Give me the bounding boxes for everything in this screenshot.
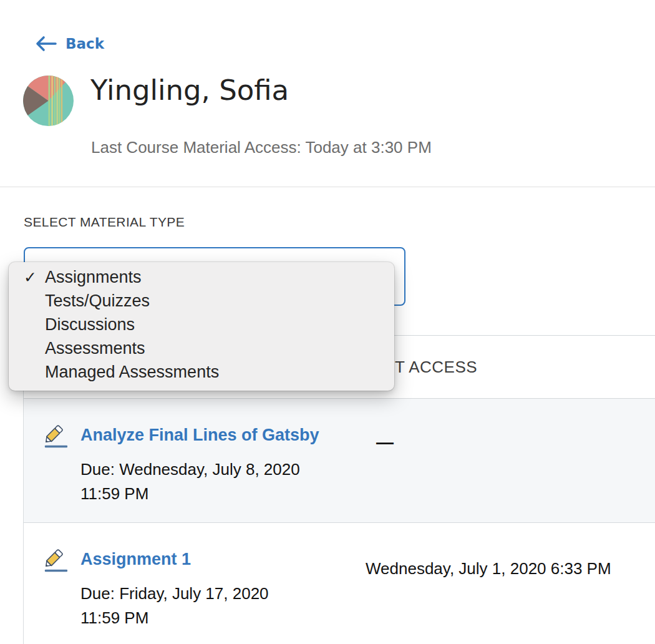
material-due-date: Due: Friday, July 17, 2020 11:59 PM [80,582,269,630]
checkmark-icon: ✓ [24,265,37,289]
last-access-text: Last Course Material Access: Today at 3:… [91,139,432,157]
assignment-pencil-icon [39,421,69,451]
menu-item-managed-assessments[interactable]: Managed Assessments [9,360,394,384]
material-type-menu: ✓ Assignments Tests/Quizzes Discussions … [9,262,394,391]
course-analytics-page: Back Yingling, Sofia Last Course Materia… [0,0,655,644]
menu-item-assessments[interactable]: Assessments [9,336,394,360]
menu-item-discussions[interactable]: Discussions [9,313,394,336]
material-row: Analyze Final Lines of Gatsby Due: Wedne… [24,399,655,523]
back-button[interactable]: Back [34,34,104,53]
student-name: Yingling, Sofia [90,76,289,104]
material-title-link[interactable]: Analyze Final Lines of Gatsby [80,425,319,445]
back-arrow-icon [34,35,58,52]
material-type-label: SELECT MATERIAL TYPE [24,215,185,228]
back-label: Back [66,34,104,53]
material-due-date: Due: Wednesday, July 8, 2020 11:59 PM [80,457,300,506]
access-column-header: MOST RECEN T ACCESS [395,336,477,398]
no-access-dash: — [376,432,394,452]
material-row: Assignment 1 Due: Friday, July 17, 2020 … [24,523,655,644]
header-divider [0,187,655,187]
menu-item-assignments[interactable]: ✓ Assignments [9,265,394,289]
assignment-pencil-icon [39,545,69,575]
material-title-link[interactable]: Assignment 1 [80,549,191,569]
student-avatar [23,76,74,126]
menu-item-tests-quizzes[interactable]: Tests/Quizzes [9,289,394,313]
material-access-date: Wednesday, July 1, 2020 6:33 PM [366,559,611,578]
access-header-visible-part: T ACCESS [395,358,477,377]
